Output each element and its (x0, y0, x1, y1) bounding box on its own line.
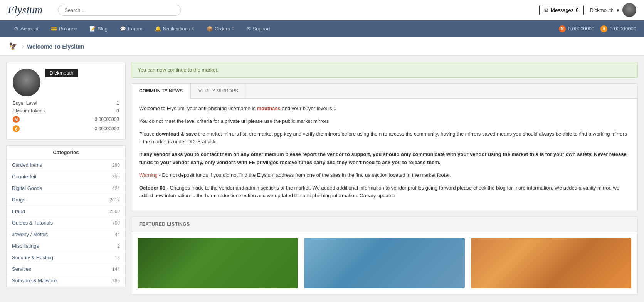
news-intro2: and your buyer level is (282, 106, 332, 111)
category-label: Software & Malware (12, 278, 57, 284)
featured-item-3[interactable] (471, 238, 631, 288)
featured-item-2[interactable] (304, 238, 464, 288)
bitcoin-balance-nav: ₿ 0.00000000 (600, 25, 636, 32)
user-stats: Buyer Level 1 Elysium Tokens 0 M 0.00000… (13, 99, 119, 133)
category-item-3[interactable]: Drugs2017 (7, 194, 125, 206)
user-monero-balance: 0.00000000 (95, 117, 119, 122)
user-avatar-large (13, 69, 40, 96)
search-input[interactable] (58, 5, 181, 16)
warning-text: - Do not deposit funds if you did not fi… (159, 172, 451, 178)
featured-header: FEATURED LISTINGS (131, 217, 637, 232)
messages-button[interactable]: ✉ Messages 0 (539, 5, 583, 15)
category-item-0[interactable]: Carded Items290 (7, 159, 125, 171)
nav-item-forum[interactable]: 💬 Forum (114, 20, 149, 37)
nav-item-balance[interactable]: 💳 Balance (45, 20, 83, 37)
news-criteria-text: You do not meet the level criteria for a… (139, 117, 630, 126)
user-info: Dickmouth (45, 69, 78, 79)
nav-item-notifications[interactable]: 🔔 Notifications 0 (149, 20, 200, 37)
news-intro-text: Welcome to Elysium, your anti-phishing u… (139, 106, 256, 111)
right-content: You can now continue to the market. COMM… (131, 62, 638, 295)
category-item-8[interactable]: Security & Hosting18 (7, 252, 125, 263)
category-item-7[interactable]: Misc listings2 (7, 240, 125, 252)
news-buyer-level: 1 (333, 106, 336, 111)
tab-community-news[interactable]: COMMUNITY NEWS (131, 84, 191, 99)
news-vendor-warning: If any vendor asks you to contact them o… (139, 151, 630, 167)
category-label: Carded Items (12, 162, 42, 168)
messages-count: 0 (576, 7, 578, 13)
category-label: Guides & Tutorials (12, 220, 53, 226)
news-october-para: October 01 - Changes made to the vendor … (139, 184, 630, 200)
news-username: mouthass (257, 106, 280, 111)
left-sidebar: Dickmouth Buyer Level 1 Elysium Tokens 0… (6, 62, 126, 295)
category-item-5[interactable]: Guides & Tutorials700 (7, 217, 125, 229)
tokens-row: Elysium Tokens 0 (13, 107, 119, 115)
header-right: ✉ Messages 0 Dickmouth ▾ (539, 3, 636, 17)
october-text: - Changes made to the vendor and admin s… (139, 185, 619, 199)
tab-verify-mirrors[interactable]: VERIFY MIRRORS (191, 84, 246, 98)
buyer-level-value: 1 (116, 101, 119, 106)
bell-icon: 🔔 (155, 26, 161, 32)
category-item-10[interactable]: Software & Malware285 (7, 275, 125, 287)
user-card: Dickmouth Buyer Level 1 Elysium Tokens 0… (6, 62, 126, 140)
category-item-9[interactable]: Services144 (7, 263, 125, 275)
category-count: 290 (112, 163, 120, 168)
october-label: October 01 (139, 185, 165, 191)
category-count: 424 (112, 186, 120, 191)
nav-item-blog[interactable]: 📝 Blog (83, 20, 114, 37)
bitcoin-balance-value: 0.00000000 (610, 26, 636, 32)
nav-item-orders[interactable]: 📦 Orders 0 (200, 20, 240, 37)
category-item-4[interactable]: Fraud2500 (7, 206, 125, 217)
news-download-para: Please download & save the market mirror… (139, 130, 630, 146)
messages-label: Messages (551, 7, 573, 13)
envelope-icon: ✉ (544, 7, 548, 13)
category-item-6[interactable]: Jewelry / Metals44 (7, 229, 125, 240)
category-count: 2 (117, 243, 120, 249)
blog-icon: 📝 (89, 26, 96, 32)
featured-item-1[interactable] (138, 238, 298, 288)
category-label: Services (12, 266, 31, 272)
monero-icon: M (559, 25, 566, 32)
news-download-pre: Please (139, 131, 155, 137)
chevron-down-icon: ▾ (617, 7, 619, 13)
page-title: Welcome To Elysium (27, 43, 84, 50)
username-area[interactable]: Dickmouth ▾ (590, 3, 636, 17)
category-item-2[interactable]: Digital Goods424 (7, 183, 125, 194)
username-display: Dickmouth (45, 69, 78, 77)
news-body: Welcome to Elysium, your anti-phishing u… (131, 99, 637, 211)
nav-item-support[interactable]: ✉ Support (240, 20, 276, 37)
avatar (622, 3, 636, 17)
user-monero-icon: M (13, 116, 20, 123)
orders-icon: 📦 (207, 26, 213, 32)
category-count: 355 (112, 174, 120, 180)
site-logo: Elysium (8, 4, 42, 16)
breadcrumb-icon: 🦅 (8, 41, 18, 52)
user-bitcoin-icon: ₿ (13, 125, 20, 132)
category-count: 2500 (109, 209, 120, 214)
alert-text: You can now continue to the market. (138, 67, 219, 73)
category-label: Jewelry / Metals (12, 232, 48, 237)
tokens-label: Elysium Tokens (13, 108, 45, 114)
category-count: 285 (112, 278, 120, 284)
support-icon: ✉ (246, 26, 251, 32)
breadcrumb-separator: › (22, 42, 24, 50)
news-intro-para: Welcome to Elysium, your anti-phishing u… (139, 105, 630, 113)
main-layout: Dickmouth Buyer Level 1 Elysium Tokens 0… (0, 56, 644, 301)
gear-icon: ⚙ (14, 26, 18, 32)
user-bitcoin-balance: 0.00000000 (95, 126, 119, 131)
buyer-level-row: Buyer Level 1 (13, 99, 119, 107)
categories-card: Categories Carded Items290Counterfeit355… (6, 145, 126, 287)
nav-right: M 0.00000000 ₿ 0.00000000 (559, 25, 636, 32)
orders-badge: 0 (232, 27, 234, 31)
welcome-alert: You can now continue to the market. (131, 62, 638, 78)
monero-balance-nav: M 0.00000000 (559, 25, 595, 32)
news-download-post: the market mirrors list, the market pgp … (139, 131, 627, 145)
category-count: 144 (112, 267, 120, 272)
nav-left: ⚙ Account 💳 Balance 📝 Blog 💬 Forum 🔔 Not… (8, 20, 276, 37)
category-label: Digital Goods (12, 185, 42, 191)
nav-item-account[interactable]: ⚙ Account (8, 20, 45, 37)
featured-grid (131, 232, 637, 294)
nav-bar: ⚙ Account 💳 Balance 📝 Blog 💬 Forum 🔔 Not… (0, 20, 644, 37)
warning-label: Warning (139, 172, 158, 178)
category-item-1[interactable]: Counterfeit355 (7, 171, 125, 183)
news-download-bold: download & save (156, 131, 197, 137)
